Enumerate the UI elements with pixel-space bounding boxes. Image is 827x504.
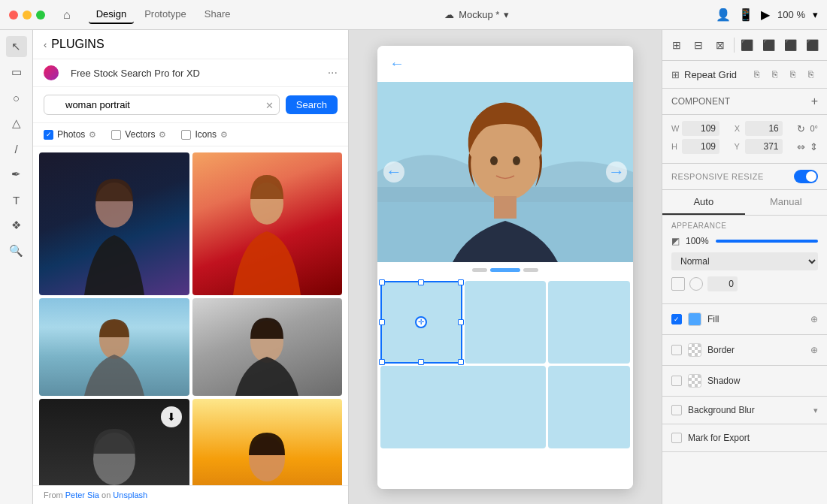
background-blur-checkbox[interactable] — [671, 405, 682, 415]
fill-eyedropper-icon[interactable]: ⊕ — [810, 314, 818, 324]
text-tool[interactable]: T — [6, 189, 27, 210]
inner-shadow-icon[interactable] — [671, 277, 685, 291]
list-item[interactable] — [192, 399, 343, 485]
carousel-prev-button[interactable]: ← — [383, 161, 404, 183]
rectangle-tool[interactable]: ▭ — [6, 62, 27, 83]
handle-bot-left[interactable] — [379, 359, 385, 365]
handle-top-left[interactable] — [379, 279, 385, 285]
border-color-swatch[interactable] — [688, 343, 701, 357]
mosaic-cell-selected[interactable]: ✛ — [380, 281, 462, 364]
attribution-source-link[interactable]: Unsplash — [113, 490, 147, 499]
blend-mode-select[interactable]: Normal Multiply Screen Overlay — [671, 252, 818, 270]
handle-mid-right[interactable] — [458, 319, 464, 325]
photos-gear-icon[interactable]: ⚙ — [89, 130, 96, 140]
repeat-grid-action-3[interactable]: ⎘ — [785, 67, 800, 82]
carousel-next-button[interactable]: → — [606, 161, 627, 183]
outer-shadow-icon[interactable] — [689, 277, 703, 291]
triangle-tool[interactable]: △ — [6, 113, 27, 134]
handle-bot-right[interactable] — [458, 359, 464, 365]
fullscreen-button[interactable] — [36, 11, 45, 20]
progress-dot-2[interactable] — [490, 268, 520, 272]
vectors-gear-icon[interactable]: ⚙ — [159, 130, 166, 140]
mark-export-checkbox[interactable] — [671, 433, 682, 443]
opacity-slider[interactable] — [716, 240, 818, 243]
list-item[interactable]: ⬇ — [39, 399, 189, 485]
play-icon[interactable]: ▶ — [761, 8, 770, 22]
back-arrow-icon[interactable]: ← — [389, 55, 404, 72]
repeat-grid-action-4[interactable]: ⎘ — [803, 67, 818, 82]
chevron-down-icon[interactable]: ▾ — [504, 9, 509, 20]
handle-bot-center[interactable] — [418, 359, 424, 365]
shadow-value-input[interactable] — [707, 276, 738, 291]
icons-gear-icon[interactable]: ⚙ — [220, 130, 228, 140]
component-tool[interactable]: ❖ — [6, 215, 27, 236]
search-input[interactable] — [44, 95, 280, 115]
clear-search-button[interactable]: ✕ — [265, 99, 274, 110]
canvas-area[interactable]: ← — [349, 30, 662, 504]
minimize-button[interactable] — [23, 11, 32, 20]
document-title[interactable]: ☁ Mockup * ▾ — [444, 9, 509, 20]
search-button[interactable]: Search — [286, 95, 338, 114]
progress-dot-1[interactable] — [472, 268, 487, 272]
mosaic-cell-3[interactable] — [548, 281, 630, 364]
vectors-filter[interactable]: Vectors ⚙ — [111, 129, 166, 140]
handle-top-center[interactable] — [418, 279, 424, 285]
mobile-icon[interactable]: 📱 — [738, 8, 753, 22]
select-tool[interactable]: ↖ — [6, 36, 27, 57]
icons-checkbox[interactable] — [181, 130, 191, 140]
manual-tab[interactable]: Manual — [745, 190, 828, 215]
tab-prototype[interactable]: Prototype — [137, 5, 194, 24]
mosaic-cell-2[interactable] — [465, 281, 547, 364]
mosaic-cell-wide[interactable] — [380, 366, 546, 448]
progress-dot-3[interactable] — [523, 268, 538, 272]
align-center-h-button[interactable]: ⊟ — [690, 36, 707, 54]
width-input[interactable] — [682, 121, 719, 136]
border-checkbox[interactable] — [671, 345, 682, 355]
height-input[interactable] — [682, 139, 719, 154]
add-component-button[interactable]: + — [811, 95, 818, 108]
shadow-color-swatch[interactable] — [688, 374, 701, 388]
handle-mid-left[interactable] — [379, 319, 385, 325]
align-right-button[interactable]: ⊠ — [712, 36, 729, 54]
y-input[interactable] — [745, 139, 783, 154]
icons-filter[interactable]: Icons ⚙ — [181, 129, 228, 140]
align-left-button[interactable]: ⊞ — [668, 36, 686, 54]
attribution-author-link[interactable]: Peter Sia — [65, 490, 99, 499]
photos-checkbox[interactable]: ✓ — [44, 130, 53, 140]
search-tool[interactable]: 🔍 — [6, 240, 27, 261]
download-button[interactable]: ⬇ — [161, 406, 182, 427]
tab-design[interactable]: Design — [89, 5, 134, 24]
align-bottom-button[interactable]: ⬛ — [804, 36, 821, 54]
list-item[interactable] — [192, 152, 343, 295]
home-icon[interactable]: ⌂ — [63, 8, 71, 22]
more-options-button[interactable]: ··· — [328, 66, 338, 80]
pen-tool[interactable]: ✒ — [6, 164, 27, 185]
list-item[interactable] — [39, 298, 189, 396]
auto-tab[interactable]: Auto — [662, 190, 745, 215]
chevron-down-icon[interactable]: ▾ — [813, 406, 818, 415]
close-button[interactable] — [9, 11, 18, 20]
line-tool[interactable]: / — [6, 138, 27, 159]
chevron-down-icon[interactable]: ▾ — [813, 9, 818, 20]
ellipse-tool[interactable]: ○ — [6, 87, 27, 108]
distribute-v-button[interactable]: ⬛ — [760, 36, 777, 54]
repeat-grid-action-2[interactable]: ⎘ — [767, 67, 782, 82]
repeat-grid-action-1[interactable]: ⎘ — [749, 67, 764, 82]
tab-share[interactable]: Share — [197, 5, 238, 24]
back-arrow-icon[interactable]: ‹ — [44, 39, 47, 50]
zoom-level[interactable]: 100 % — [777, 9, 805, 20]
handle-top-right[interactable] — [458, 279, 464, 285]
vectors-checkbox[interactable] — [111, 130, 121, 140]
border-eyedropper-icon[interactable]: ⊕ — [810, 345, 818, 355]
mosaic-cell-5[interactable] — [548, 366, 630, 448]
list-item[interactable] — [192, 298, 343, 396]
flip-icon[interactable]: ⇕ — [810, 141, 818, 152]
rotate-icon[interactable]: ↻ — [797, 123, 805, 134]
list-item[interactable] — [39, 152, 189, 295]
constrain-proportions-icon[interactable]: ⇔ — [797, 141, 805, 152]
x-input[interactable] — [745, 121, 783, 136]
align-middle-button[interactable]: ⬛ — [782, 36, 799, 54]
move-handle[interactable]: ✛ — [415, 316, 427, 328]
user-icon[interactable]: 👤 — [716, 8, 731, 22]
photos-filter[interactable]: ✓ Photos ⚙ — [44, 129, 96, 140]
